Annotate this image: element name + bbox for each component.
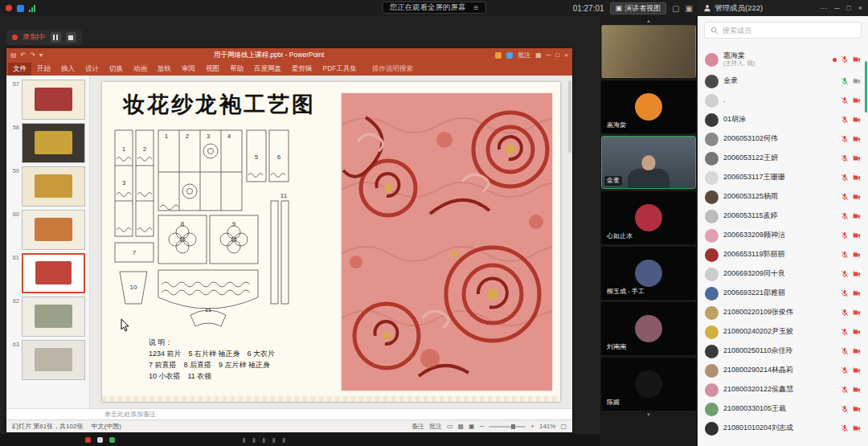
member-row[interactable]: 210800320122侯鑫慧 xyxy=(698,380,868,399)
ribbon-tab[interactable]: PDF工具集 xyxy=(318,63,362,76)
camera-off-icon[interactable] xyxy=(853,309,861,317)
slide-sorter-icon[interactable]: ▦ xyxy=(458,423,465,430)
chat-toolbar-icon[interactable]: ▮ xyxy=(282,434,285,446)
member-row[interactable]: 2006693221邵雅丽 xyxy=(698,284,868,303)
exit-fullscreen-icon[interactable]: ▢ xyxy=(672,4,679,13)
customize-qat-icon[interactable]: ▾ xyxy=(39,51,43,59)
slide-preview[interactable] xyxy=(22,80,85,120)
slide-canvas[interactable]: 妆花纱龙袍工艺图 xyxy=(90,76,572,408)
camera-off-icon[interactable] xyxy=(853,270,861,278)
mic-muted-icon[interactable] xyxy=(841,405,849,413)
ribbon-tab[interactable]: 设计 xyxy=(80,63,104,76)
mic-muted-icon[interactable] xyxy=(841,309,849,317)
mic-muted-icon[interactable] xyxy=(841,328,849,336)
slide-thumbnail[interactable]: 63 xyxy=(6,338,89,382)
slide-thumbnail[interactable]: 57 xyxy=(6,78,89,121)
save-icon[interactable]: ▤ xyxy=(10,51,17,59)
video-tile[interactable]: 陈媚 xyxy=(601,358,696,411)
mic-muted-icon[interactable] xyxy=(841,55,849,63)
slide-thumbnail[interactable]: 60 xyxy=(6,208,89,252)
collapse-down-icon[interactable]: ▾ xyxy=(601,411,696,419)
zoom-level[interactable]: 141% xyxy=(539,423,555,430)
minimize-button[interactable]: ─ xyxy=(834,4,839,12)
member-row[interactable]: 2006693209同十良 xyxy=(698,264,868,284)
notes-toggle[interactable]: 备注 xyxy=(411,422,424,431)
camera-off-icon[interactable] xyxy=(853,347,861,355)
slide-preview[interactable] xyxy=(22,297,85,337)
zoom-in-icon[interactable]: + xyxy=(530,423,534,430)
share-toolbar-icon[interactable]: ▮ xyxy=(262,434,265,446)
member-row[interactable]: 210800240202尹玉姣 xyxy=(698,322,868,342)
ribbon-display-icon[interactable]: ▦ xyxy=(535,51,542,59)
camera-off-icon[interactable] xyxy=(853,116,861,124)
member-row[interactable]: 210800220109张俊伟 xyxy=(698,303,868,322)
camera-off-icon[interactable] xyxy=(853,135,861,143)
camera-off-icon[interactable] xyxy=(853,174,861,182)
video-tile[interactable]: 柳玉成 - 手工 xyxy=(601,247,696,300)
more-options-icon[interactable]: ··· xyxy=(820,4,827,12)
stop-recording-button[interactable] xyxy=(66,32,76,43)
member-list-scrollbar[interactable] xyxy=(865,61,867,113)
camera-off-icon[interactable] xyxy=(853,328,861,336)
member-row[interactable]: 2006633209顾神洁 xyxy=(698,226,868,245)
comments-toggle[interactable]: 批注 xyxy=(429,422,442,431)
mic-muted-icon[interactable] xyxy=(841,154,849,162)
member-search-box[interactable] xyxy=(704,22,862,39)
slideshow-icon[interactable]: ▣ xyxy=(469,423,475,430)
camera-off-icon[interactable] xyxy=(853,212,861,220)
mic-muted-icon[interactable] xyxy=(841,231,849,239)
mic-muted-icon[interactable] xyxy=(841,424,849,432)
slide-preview[interactable] xyxy=(22,253,85,293)
fullscreen-notice-pill[interactable]: 您正在观看全屏的屏幕 ≡ xyxy=(383,2,486,14)
member-row[interactable]: 2006053115孟婷 xyxy=(698,207,868,226)
ribbon-tab[interactable]: 文件 xyxy=(8,63,31,76)
ribbon-tab[interactable]: 插入 xyxy=(56,63,80,76)
slide-preview[interactable] xyxy=(22,210,85,250)
member-row[interactable]: 210801010204刘志成 xyxy=(698,419,868,438)
pause-recording-button[interactable] xyxy=(51,32,61,43)
camera-off-icon[interactable] xyxy=(853,96,861,104)
ribbon-tab[interactable]: 动画 xyxy=(129,63,152,76)
camera-off-icon[interactable] xyxy=(853,386,861,394)
camera-off-icon[interactable] xyxy=(853,405,861,413)
camera-toolbar-icon[interactable]: ▮ xyxy=(252,434,255,446)
camera-off-icon[interactable] xyxy=(853,193,861,201)
mic-muted-icon[interactable] xyxy=(841,366,849,374)
camera-off-icon[interactable] xyxy=(853,251,861,259)
member-search-input[interactable] xyxy=(723,27,855,35)
slide-thumbnail[interactable]: 61 xyxy=(6,252,89,295)
slide-preview[interactable] xyxy=(22,123,85,163)
collapse-up-icon[interactable]: ▴ xyxy=(601,17,696,25)
undo-icon[interactable]: ↶ xyxy=(21,51,27,59)
normal-view-icon[interactable]: ▭ xyxy=(447,423,453,430)
presence-icon[interactable] xyxy=(506,52,513,59)
member-row[interactable]: 210800250110佘佳玲 xyxy=(698,342,868,361)
video-tile[interactable]: 心如止水 xyxy=(601,191,696,244)
ribbon-tab[interactable]: 审阅 xyxy=(177,63,200,76)
member-row[interactable]: 金隶 xyxy=(698,72,868,91)
mic-muted-icon[interactable] xyxy=(841,347,849,355)
member-row[interactable]: 惠海棠 (主持人, 我) xyxy=(698,47,868,72)
ribbon-tab[interactable]: 帮助 xyxy=(225,63,248,76)
mic-toolbar-icon[interactable]: ▮ xyxy=(242,434,245,446)
camera-off-icon[interactable] xyxy=(853,289,861,297)
zoom-slider[interactable] xyxy=(489,426,526,428)
comments-button[interactable]: 批注 xyxy=(518,51,530,59)
member-row[interactable]: 2006053117王珊珊 xyxy=(698,168,868,187)
mic-muted-icon[interactable] xyxy=(841,77,849,85)
ribbon-tab[interactable]: 爱剪辑 xyxy=(287,63,317,76)
notice-menu-icon[interactable]: ≡ xyxy=(474,3,479,12)
camera-off-icon[interactable] xyxy=(853,55,861,63)
video-tile[interactable]: 金隶 xyxy=(601,136,696,189)
ppt-minimize-button[interactable]: ─ xyxy=(547,51,551,59)
slide-thumbnail[interactable]: 62 xyxy=(6,295,89,338)
fullscreen-icon[interactable]: ▣ xyxy=(686,4,693,13)
mic-muted-icon[interactable] xyxy=(841,174,849,182)
video-tile[interactable] xyxy=(601,25,696,78)
slide-preview[interactable] xyxy=(22,166,85,207)
camera-off-icon[interactable] xyxy=(853,77,861,85)
slide-thumbnail[interactable]: 58 xyxy=(6,121,89,165)
mic-muted-icon[interactable] xyxy=(841,386,849,394)
member-row[interactable]: 210800290214林晶莉 xyxy=(698,361,868,380)
member-row[interactable]: 01胡涂 xyxy=(698,110,868,129)
